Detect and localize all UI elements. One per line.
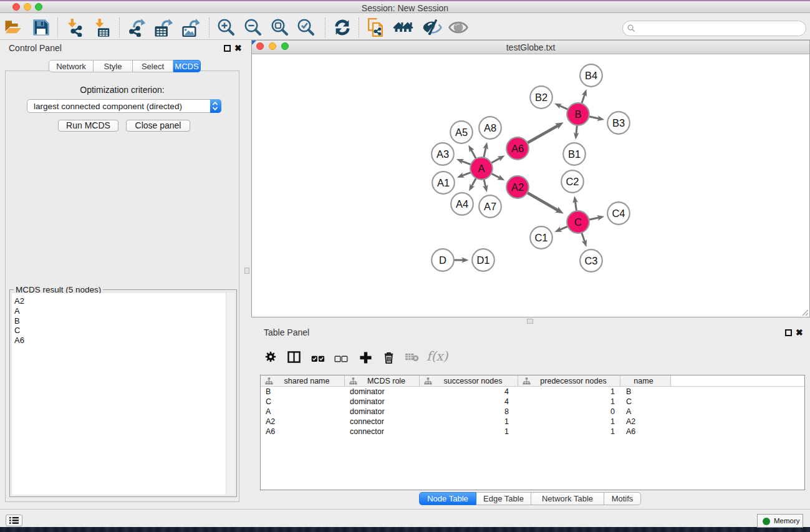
- network-window-titlebar: testGlobe.txt: [252, 41, 809, 54]
- table-cell: 1: [518, 397, 615, 406]
- add-column-icon[interactable]: [359, 351, 372, 367]
- deselect-all-rows-icon[interactable]: [334, 354, 348, 365]
- export-image-icon[interactable]: [180, 18, 198, 37]
- split-table-icon[interactable]: [287, 351, 301, 365]
- column-header-name[interactable]: name: [620, 375, 671, 386]
- column-header-shared-name[interactable]: shared name: [261, 375, 345, 386]
- zoom-selected-icon[interactable]: [297, 18, 316, 37]
- table-cell: B: [626, 387, 631, 396]
- tab-mcds[interactable]: MCDS: [173, 60, 201, 72]
- hide-graphics-details-icon[interactable]: [422, 18, 441, 37]
- criterion-dropdown[interactable]: largest connected component (directed): [27, 99, 221, 113]
- select-all-rows-icon[interactable]: [311, 354, 325, 365]
- table-cell: C: [626, 397, 632, 406]
- optimization-criterion-label: Optimization criterion:: [6, 85, 239, 95]
- control-panel-header: Control Panel ✖: [0, 40, 243, 56]
- network-graph-canvas[interactable]: B4B2BB3A8A5A6B1A3AA1C2A2A4A7C4CC1C3DD1: [252, 54, 809, 317]
- table-panel-title: Table Panel: [264, 327, 309, 337]
- column-header-predecessor-nodes[interactable]: predecessor nodes: [518, 375, 620, 386]
- graph-node-label: A1: [437, 177, 450, 188]
- tab-network-table[interactable]: Network Table: [531, 492, 604, 505]
- toolbar-separator: [359, 17, 359, 37]
- close-table-panel-icon[interactable]: ✖: [796, 327, 803, 337]
- open-session-icon[interactable]: [4, 18, 23, 37]
- zoom-out-icon[interactable]: [244, 18, 263, 37]
- export-network-icon[interactable]: [128, 18, 147, 37]
- table-row[interactable]: Adominator80A: [261, 407, 804, 417]
- graph-node-label: A6: [511, 143, 524, 154]
- column-type-icon: [265, 377, 273, 385]
- criterion-dropdown-value: largest connected component (directed): [34, 102, 182, 111]
- task-history-button[interactable]: [6, 515, 22, 526]
- import-table-icon[interactable]: [93, 18, 112, 37]
- result-item[interactable]: C: [14, 326, 24, 336]
- result-item[interactable]: A2: [14, 296, 24, 306]
- horizontal-splitter-knob[interactable]: [527, 319, 533, 324]
- tab-select[interactable]: Select: [133, 60, 173, 72]
- toolbar-separator: [325, 17, 325, 37]
- tab-edge-table[interactable]: Edge Table: [476, 492, 531, 505]
- table-panel-tabs: Node TableEdge TableNetwork TableMotifs: [419, 492, 641, 505]
- table-row[interactable]: A6connector11A6: [261, 427, 804, 437]
- memory-label: Memory: [774, 517, 800, 525]
- export-table-icon[interactable]: [153, 18, 171, 37]
- table-cell: 0: [518, 407, 615, 416]
- show-graphics-details-icon[interactable]: [448, 18, 467, 37]
- close-panel-button[interactable]: Close panel: [126, 120, 190, 132]
- graph-node-label: B: [574, 109, 581, 120]
- column-settings-icon[interactable]: [265, 351, 276, 365]
- memory-indicator[interactable]: Memory: [757, 514, 803, 528]
- result-item[interactable]: B: [14, 316, 24, 326]
- zoom-fit-icon[interactable]: [271, 18, 289, 37]
- tab-style[interactable]: Style: [94, 60, 133, 72]
- graph-node-label: A4: [456, 198, 468, 210]
- refresh-layout-icon[interactable]: [334, 18, 352, 37]
- node-table: shared nameMCDS rolesuccessor nodesprede…: [260, 375, 805, 490]
- zoom-in-icon[interactable]: [217, 18, 236, 37]
- table-header-row: shared nameMCDS rolesuccessor nodesprede…: [261, 375, 804, 387]
- window-resize-grip[interactable]: [800, 307, 809, 316]
- float-table-panel-icon[interactable]: [785, 329, 792, 336]
- save-session-icon[interactable]: [32, 18, 51, 37]
- column-header-MCDS-role[interactable]: MCDS role: [345, 375, 420, 386]
- float-panel-icon[interactable]: [224, 45, 231, 52]
- graph-node-label: C2: [566, 176, 579, 187]
- clone-network-icon[interactable]: [367, 18, 386, 37]
- control-panel-title: Control Panel: [9, 43, 62, 53]
- table-panel: Table Panel ✖: [251, 324, 810, 503]
- table-cell: A: [626, 407, 631, 416]
- search-input[interactable]: [638, 22, 800, 34]
- table-row[interactable]: Cdominator41C: [261, 397, 804, 407]
- show-all-networks-icon[interactable]: [393, 18, 412, 37]
- graph-node-label: B2: [535, 92, 547, 103]
- table-row[interactable]: Bdominator41B: [261, 387, 804, 397]
- table-cell: dominator: [350, 407, 385, 416]
- table-panel-header: Table Panel ✖: [251, 324, 810, 341]
- function-builder-icon[interactable]: f(x): [427, 349, 448, 364]
- tab-motifs[interactable]: Motifs: [604, 492, 641, 505]
- vertical-splitter-knob[interactable]: [244, 268, 249, 274]
- delete-table-icon[interactable]: [405, 353, 419, 364]
- run-mcds-button[interactable]: Run MCDS: [58, 120, 118, 132]
- result-item[interactable]: A: [14, 306, 24, 316]
- status-bar: Memory: [0, 509, 810, 527]
- result-list-scrollbar[interactable]: [226, 293, 234, 495]
- tab-node-table[interactable]: Node Table: [419, 492, 476, 505]
- table-row[interactable]: A2connector11A2: [261, 417, 804, 427]
- delete-columns-icon[interactable]: [383, 351, 395, 367]
- close-panel-icon[interactable]: ✖: [234, 43, 242, 53]
- column-type-icon: [349, 377, 357, 385]
- table-cell: connector: [350, 417, 384, 426]
- graph-node-label: A7: [484, 201, 496, 212]
- graph-node-label: B4: [585, 70, 597, 81]
- column-header-successor-nodes[interactable]: successor nodes: [420, 375, 518, 386]
- mcds-result-list[interactable]: A2ABCA6: [12, 293, 234, 495]
- import-network-icon[interactable]: [65, 18, 84, 37]
- network-window-title: testGlobe.txt: [252, 42, 809, 52]
- table-cell: 4: [420, 397, 509, 406]
- result-item[interactable]: A6: [14, 336, 24, 346]
- control-panel: Control Panel ✖ Optimization criterion: …: [0, 40, 243, 503]
- graph-node-label: D1: [476, 254, 489, 266]
- table-rows: Bdominator41BCdominator41CAdominator80AA…: [261, 387, 804, 437]
- tab-network[interactable]: Network: [49, 60, 94, 72]
